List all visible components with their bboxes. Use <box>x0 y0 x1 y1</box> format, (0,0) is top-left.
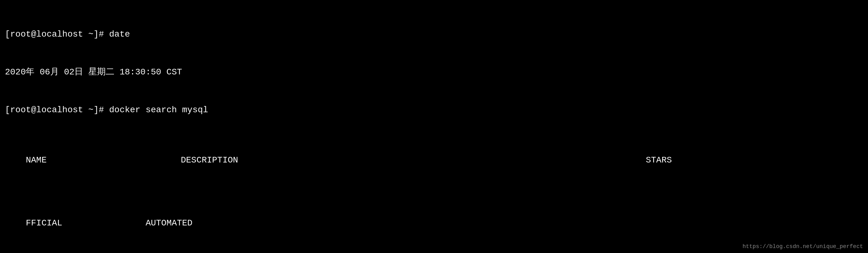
date-output-line: 2020年 06月 02日 星期二 18:30:50 CST <box>5 66 863 79</box>
table-header-line2: FFICIAL AUTOMATED <box>5 204 863 243</box>
header-automated: AUTOMATED <box>146 218 192 228</box>
header-stars: STARS <box>646 154 708 167</box>
terminal-window: [root@localhost ~]# date 2020年 06月 02日 星… <box>5 3 863 253</box>
watermark-text: https://blog.csdn.net/unique_perfect <box>742 243 863 251</box>
header-name: NAME <box>26 154 181 167</box>
table-header-line: NAMEDESCRIPTIONSTARS <box>5 142 863 180</box>
command-date-line: [root@localhost ~]# date <box>5 28 863 41</box>
header-official: FFICIAL <box>26 218 62 228</box>
command-docker-search-line: [root@localhost ~]# docker search mysql <box>5 104 863 117</box>
header-desc: DESCRIPTION <box>181 154 646 167</box>
